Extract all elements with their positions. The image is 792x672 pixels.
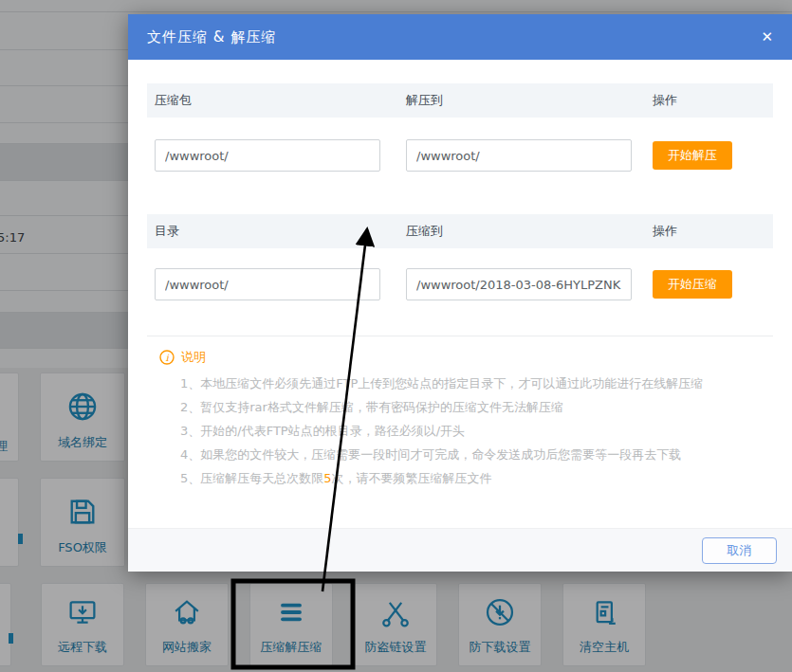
start-compress-button[interactable]: 开始压缩 (653, 270, 732, 299)
notes-title: 说明 (181, 349, 206, 366)
dialog-body: 压缩包 解压到 操作 开始解压 目录 压缩到 操作 开始压缩 (128, 60, 792, 528)
compress-row: 开始压缩 (147, 268, 773, 300)
dialog-title: 文件压缩 & 解压缩 (147, 28, 276, 46)
note-item: 3、开始的/代表FTP站点的根目录，路径必须以/开头 (180, 419, 773, 443)
divider (147, 336, 773, 336)
directory-path-input[interactable] (155, 268, 380, 300)
close-icon[interactable]: ✕ (761, 30, 773, 45)
column-header-package: 压缩包 (147, 92, 398, 109)
decompress-row: 开始解压 (147, 139, 773, 172)
compress-target-input[interactable] (406, 268, 632, 300)
dialog-header: 文件压缩 & 解压缩 ✕ (128, 14, 792, 60)
svg-text:i: i (165, 353, 169, 363)
note-item: 5、压缩解压每天总次数限5次，请不要频繁压缩解压文件 (180, 466, 773, 490)
note-item: 1、本地压缩文件必须先通过FTP上传到您站点的指定目录下，才可以通过此功能进行在… (180, 372, 773, 395)
compress-dialog: 文件压缩 & 解压缩 ✕ 压缩包 解压到 操作 开始解压 目录 压缩到 操作 开… (128, 14, 792, 572)
info-icon: i (159, 350, 175, 365)
note-item: 2、暂仅支持rar格式文件解压缩，带有密码保护的压缩文件无法解压缩 (180, 395, 773, 419)
column-header-extract-to: 解压到 (398, 92, 645, 109)
compress-table-header: 目录 压缩到 操作 (147, 214, 773, 248)
column-header-directory: 目录 (147, 223, 398, 240)
cancel-button[interactable]: 取消 (702, 537, 777, 564)
package-path-input[interactable] (155, 139, 380, 172)
start-decompress-button[interactable]: 开始解压 (653, 141, 732, 170)
extract-target-input[interactable] (406, 139, 632, 172)
limit-count: 5 (323, 471, 331, 485)
column-header-action: 操作 (645, 92, 773, 109)
note-item: 4、如果您的文件较大，压缩需要一段时间才可完成，命令发送成功后您需要等一段再去下… (180, 443, 773, 466)
decompress-table-header: 压缩包 解压到 操作 (147, 83, 773, 118)
notes-section: i 说明 1、本地压缩文件必须先通过FTP上传到您站点的指定目录下，才可以通过此… (147, 349, 773, 490)
column-header-action: 操作 (645, 223, 773, 240)
column-header-compress-to: 压缩到 (398, 223, 645, 240)
dialog-footer: 取消 (128, 528, 792, 572)
